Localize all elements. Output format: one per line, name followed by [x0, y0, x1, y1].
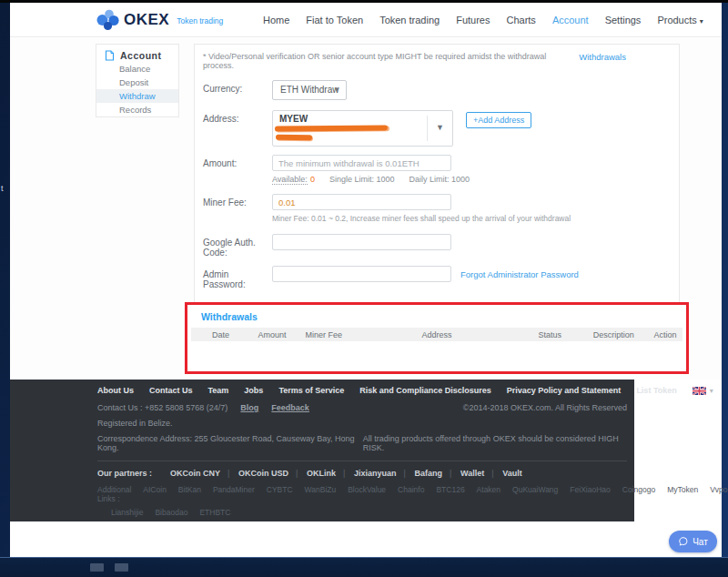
forgot-password-link[interactable]: Forgot Administrator Password [460, 269, 579, 279]
partner-okcoin-usd[interactable]: OKCoin USD [229, 469, 298, 478]
language-selector[interactable]: ▾ [693, 387, 713, 395]
additional-link[interactable]: Vvpool [710, 485, 728, 503]
admin-password-label: Admin Password: [203, 266, 272, 289]
google-auth-label: Google Auth. Code: [203, 234, 272, 258]
nav-home[interactable]: Home [263, 15, 289, 25]
footer-link-contact-us[interactable]: Contact Us [149, 386, 193, 395]
additional-link[interactable]: Coingogo [622, 485, 655, 503]
withdrawals-link[interactable]: Withdrawals [579, 52, 626, 62]
additional-link[interactable]: Chainfo [398, 485, 424, 503]
logo-subtitle: Token trading [177, 16, 223, 25]
uk-flag-icon [693, 387, 706, 395]
footer-link-team[interactable]: Team [208, 386, 229, 395]
nav-charts[interactable]: Charts [506, 15, 535, 25]
col-address: Address [353, 330, 521, 339]
google-auth-input[interactable] [272, 234, 451, 250]
okex-logo-icon [96, 8, 119, 32]
additional-link[interactable]: BitKan [178, 485, 201, 503]
col-action: Action [648, 330, 682, 339]
partner-oklink[interactable]: OKLink [298, 469, 345, 478]
nav-futures[interactable]: Futures [456, 15, 490, 25]
additional-link[interactable]: PandaMiner [213, 485, 255, 503]
footer-divider [97, 461, 627, 461]
partner-wallet[interactable]: Wallet [451, 469, 493, 478]
nav-products[interactable]: Products▾ [657, 15, 703, 25]
chevron-down-icon: ▼ [436, 123, 444, 132]
additional-link[interactable]: ETHBTC [199, 508, 230, 517]
nav-account[interactable]: Account [552, 15, 589, 25]
additional-link[interactable]: BlockValue [348, 485, 386, 503]
taskbar-item[interactable] [90, 563, 104, 572]
additional-link[interactable]: BTC126 [436, 485, 464, 503]
site-footer: About Us Contact Us Team Jobs Terms of S… [10, 380, 634, 521]
additional-link[interactable]: WanBiZu [305, 485, 337, 503]
additional-link[interactable]: AICoin [143, 485, 167, 503]
withdraw-form-panel: * Video/Personal verification OR senior … [194, 44, 680, 303]
sidebar-item-withdraw[interactable]: Withdraw [96, 89, 178, 103]
desktop-text-artifact: t [1, 184, 4, 193]
sidebar-item-balance[interactable]: Balance [96, 62, 178, 76]
footer-link-privacy[interactable]: Privacy Policy and Statement [507, 386, 622, 395]
address-label: Address: [203, 110, 272, 124]
sidebar-item-deposit[interactable]: Deposit [96, 76, 178, 89]
address-redaction-scribble [275, 125, 388, 131]
col-amount: Amount [250, 330, 295, 339]
address-select[interactable]: MYEW ▼ [272, 110, 453, 147]
additional-link[interactable]: Ataken [477, 485, 500, 503]
available-balance: Available:0 [272, 175, 315, 184]
footer-link-terms[interactable]: Terms of Service [278, 386, 344, 395]
footer-link-list-token[interactable]: List Token [636, 386, 676, 395]
chat-button[interactable]: Чат [669, 531, 717, 552]
currency-selected-value: ETH Withdraw [280, 85, 339, 95]
annotation-highlight-box: Withdrawals Date Amount Miner Fee Addres… [185, 302, 689, 374]
os-taskbar[interactable] [0, 557, 728, 577]
additional-link[interactable]: Lianshijie [111, 508, 143, 517]
partner-jixianyuan[interactable]: Jixianyuan [345, 469, 406, 478]
verification-warning: * Video/Personal verification OR senior … [203, 52, 579, 70]
nav-token-trading[interactable]: Token trading [379, 15, 440, 25]
miner-fee-hint: Miner Fee: 0.01 ~ 0.2, Increase miner fe… [272, 214, 679, 223]
okex-logo[interactable]: OKEX Token trading [96, 7, 223, 33]
additional-links-label: Additional Links : [97, 485, 131, 503]
partner-vault[interactable]: Vault [493, 469, 531, 478]
partner-okcoin-cny[interactable]: OKCoin CNY [161, 469, 229, 478]
account-sidebar: Account Balance Deposit Withdraw Records [96, 44, 179, 117]
additional-link[interactable]: MyToken [667, 485, 698, 503]
browser-page: OKEX Token trading Home Fiat to Token To… [10, 3, 722, 557]
chevron-down-icon: ▾ [700, 17, 703, 25]
additional-link[interactable]: CYBTC [267, 485, 293, 503]
amount-label: Amount: [203, 155, 272, 168]
chat-button-label: Чат [693, 537, 708, 547]
nav-settings[interactable]: Settings [605, 15, 642, 25]
currency-label: Currency: [203, 80, 272, 94]
additional-link[interactable]: Bibaodao [155, 508, 187, 517]
address-redaction-scribble [276, 135, 312, 141]
footer-link-about-us[interactable]: About Us [97, 386, 134, 395]
amount-input[interactable] [272, 155, 451, 171]
add-address-button[interactable]: +Add Address [466, 112, 531, 128]
footer-contact-phone: Contact Us : +852 5808 5768 (24/7) [97, 403, 228, 412]
chevron-down-icon: ▾ [710, 387, 713, 395]
miner-fee-label: Miner Fee: [203, 194, 272, 208]
partner-bafang[interactable]: Bafang [406, 469, 452, 478]
footer-link-blog[interactable]: Blog [240, 403, 258, 412]
footer-copyright: ©2014-2018 OKEX.com. All Rights Reserved [463, 403, 627, 412]
currency-select[interactable]: ETH Withdraw ▼ [272, 80, 347, 100]
footer-link-risk-disclosures[interactable]: Risk and Compliance Disclosures [359, 386, 491, 395]
admin-password-input[interactable] [272, 266, 451, 282]
col-date: Date [191, 330, 250, 339]
daily-limit: Daily Limit: 1000 [409, 175, 470, 184]
additional-link[interactable]: QuKuaiWang [512, 485, 558, 503]
taskbar-item[interactable] [115, 563, 128, 572]
miner-fee-input[interactable] [272, 194, 451, 210]
partners-label: Our partners : [97, 469, 152, 478]
sidebar-item-records[interactable]: Records [96, 103, 178, 116]
additional-link[interactable]: FeiXiaoHao [570, 485, 610, 503]
footer-link-feedback[interactable]: Feedback [271, 403, 309, 412]
account-document-icon [105, 50, 115, 61]
footer-link-jobs[interactable]: Jobs [244, 386, 263, 395]
chat-bubble-icon [678, 536, 689, 547]
nav-fiat-to-token[interactable]: Fiat to Token [306, 15, 363, 25]
logo-text: OKEX [124, 11, 169, 29]
sidebar-title: Account [96, 45, 178, 62]
